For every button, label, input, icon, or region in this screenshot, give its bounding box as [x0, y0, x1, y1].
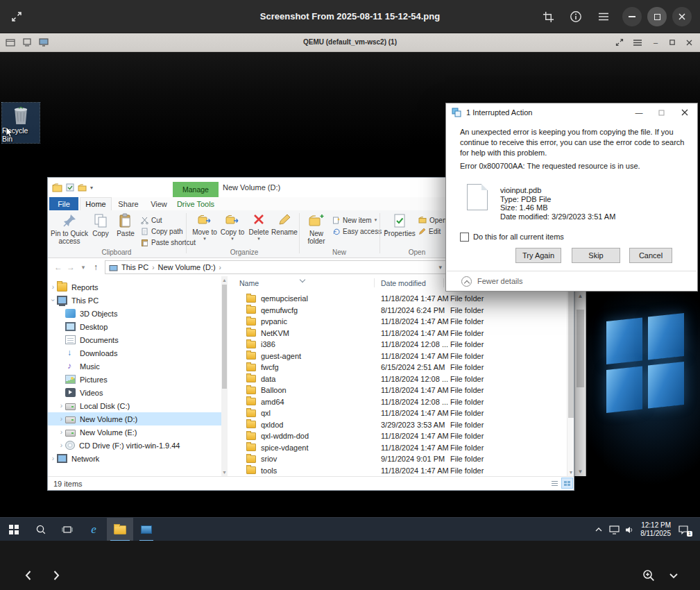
file-row[interactable]: qemupciserial 11/18/2024 1:47 AM File fo…	[227, 293, 574, 305]
menu-button[interactable]	[594, 7, 613, 26]
file-row[interactable]: sriov 9/11/2024 9:01 PM File folder	[227, 453, 574, 465]
file-list-scrollbar[interactable]: ▲ ▼	[567, 276, 574, 476]
qemu-menu-button[interactable]	[631, 36, 644, 49]
fewer-details-toggle[interactable]: Fewer details	[477, 277, 522, 285]
copy-to-button[interactable]: Copy to ▾	[219, 212, 246, 248]
sidebar-item[interactable]: Pictures	[48, 373, 221, 386]
scrollbar-thumb[interactable]	[577, 310, 584, 387]
paste-button[interactable]: Paste	[113, 212, 138, 248]
sidebar-item[interactable]: Downloads	[48, 346, 221, 360]
sidebar-item[interactable]: Desktop	[48, 320, 221, 333]
qat-properties-icon[interactable]	[66, 183, 74, 192]
scroll-down-icon[interactable]: ▼	[567, 470, 574, 475]
file-row[interactable]: qxl-wddm-dod 11/18/2024 1:47 AM File fol…	[227, 430, 574, 442]
large-icons-view-button[interactable]	[561, 478, 573, 489]
crop-button[interactable]	[538, 7, 558, 26]
ribbon-tab[interactable]: Share	[113, 197, 144, 210]
breadcrumb-chevron-icon[interactable]: ›	[152, 264, 154, 271]
cancel-button[interactable]: Cancel	[629, 248, 672, 263]
column-header-name[interactable]: Name	[239, 279, 259, 287]
breadcrumb-current[interactable]: New Volume (D:)	[157, 263, 215, 271]
dialog-minimize-button[interactable]: —	[628, 103, 650, 121]
rename-button[interactable]: Rename	[271, 212, 298, 248]
do-for-all-checkbox[interactable]	[460, 233, 469, 242]
network-tray-button[interactable]	[606, 518, 622, 541]
qat-new-folder-icon[interactable]	[78, 184, 87, 192]
internet-explorer-button[interactable]: e	[80, 518, 107, 541]
pin-to-quick-access-button[interactable]: Pin to Quick access	[49, 212, 89, 248]
taskbar-clock[interactable]: 12:12 PM 8/11/2025	[637, 518, 673, 541]
collapse-controls-button[interactable]	[663, 565, 684, 586]
action-center-button[interactable]: 1	[673, 518, 694, 541]
sidebar-item[interactable]: New Volume (E:)	[48, 425, 221, 439]
new-folder-button[interactable]: New folder	[302, 212, 331, 248]
column-separator[interactable]	[374, 278, 375, 287]
scrollbar-thumb[interactable]	[568, 286, 574, 418]
column-separator[interactable]	[443, 278, 444, 287]
ribbon-tab[interactable]: View	[145, 197, 173, 210]
windows-desktop[interactable]: Recycle Bin ▲ ▼ ▾ Manage New Volume (D:)…	[0, 52, 700, 541]
qemu-maximize-button[interactable]	[666, 36, 678, 49]
sidebar-item[interactable]: Local Disk (C:)	[48, 399, 221, 412]
qat-dropdown-icon[interactable]: ▾	[90, 185, 93, 191]
file-row[interactable]: qxl 11/18/2024 1:47 AM File folder	[227, 407, 574, 419]
properties-button[interactable]: Properties	[382, 212, 417, 248]
edit-button[interactable]: Edit	[418, 226, 441, 237]
sidebar-item[interactable]: Documents	[48, 333, 221, 346]
up-icon[interactable]: ↑	[89, 262, 102, 272]
sidebar-item[interactable]: CD Drive (F:) virtio-win-1.9.44	[48, 439, 221, 452]
maximize-button[interactable]	[647, 7, 667, 26]
cut-button[interactable]: Cut	[141, 214, 162, 226]
file-row[interactable]: NetKVM 11/18/2024 1:47 AM File folder	[227, 328, 574, 339]
file-row[interactable]: qemufwcfg 8/11/2024 6:24 PM File folder	[227, 305, 574, 317]
file-row[interactable]: amd64 11/18/2024 12:08 ... File folder	[227, 396, 574, 408]
expander-icon[interactable]	[49, 296, 57, 305]
expander-icon[interactable]	[49, 283, 57, 292]
breadcrumb-this-pc[interactable]: This PC	[121, 263, 148, 271]
scrollbar-thumb[interactable]	[222, 285, 227, 389]
qemu-fullscreen-button[interactable]	[613, 36, 626, 49]
search-button[interactable]	[28, 518, 54, 541]
copy-button[interactable]: Copy	[89, 212, 112, 248]
show-hidden-icons-button[interactable]	[591, 518, 606, 541]
info-button[interactable]	[566, 7, 586, 26]
new-item-button[interactable]: New item ▾	[332, 214, 377, 226]
address-dropdown-icon[interactable]: ▾	[438, 264, 442, 271]
previous-image-button[interactable]	[18, 565, 39, 586]
sidebar-item[interactable]: Videos	[48, 386, 221, 399]
file-row[interactable]: Balloon 11/18/2024 1:47 AM File folder	[227, 385, 574, 396]
sidebar-item[interactable]: 3D Objects	[48, 307, 221, 320]
sidebar-item[interactable]: Reports	[48, 280, 221, 294]
expander-icon[interactable]	[58, 401, 65, 410]
next-image-button[interactable]	[46, 565, 67, 586]
file-row[interactable]: spice-vdagent 11/18/2024 1:47 AM File fo…	[227, 442, 574, 454]
scroll-up-icon[interactable]: ▲	[575, 293, 586, 299]
skip-button[interactable]: Skip	[572, 248, 620, 263]
qemu-minimize-button[interactable]: –	[649, 36, 662, 49]
details-view-button[interactable]	[549, 478, 561, 489]
expander-icon[interactable]	[58, 414, 65, 423]
column-header-date[interactable]: Date modified	[381, 279, 426, 287]
ribbon-tab[interactable]: Home	[80, 197, 112, 210]
sidebar-item[interactable]: New Volume (D:)	[48, 412, 221, 425]
background-window-scrollbar[interactable]: ▲ ▼	[574, 292, 586, 476]
qemu-close-button[interactable]	[683, 36, 695, 49]
copy-path-button[interactable]: Copy path	[141, 226, 183, 237]
file-row[interactable]: i386 11/18/2024 12:08 ... File folder	[227, 339, 574, 351]
start-button[interactable]	[0, 518, 28, 541]
details-collapse-icon[interactable]	[461, 276, 472, 287]
easy-access-button[interactable]: Easy access ▾	[332, 226, 387, 237]
file-row[interactable]: data 11/18/2024 12:08 ... File folder	[227, 373, 574, 385]
expander-icon[interactable]	[49, 454, 57, 463]
breadcrumb-chevron-icon[interactable]: ›	[219, 264, 221, 271]
ribbon-tab[interactable]: File	[49, 197, 78, 210]
file-row[interactable]: fwcfg 6/15/2024 2:51 AM File folder	[227, 362, 574, 373]
expander-icon[interactable]	[58, 441, 65, 450]
file-row[interactable]: guest-agent 11/18/2024 1:47 AM File fold…	[227, 351, 574, 362]
dialog-close-button[interactable]	[674, 103, 696, 121]
paste-shortcut-button[interactable]: Paste shortcut	[141, 237, 196, 248]
recent-locations-icon[interactable]: ▾	[77, 264, 89, 271]
sidebar-item[interactable]: This PC	[48, 294, 221, 307]
dialog-maximize-button[interactable]	[650, 103, 672, 121]
delete-button[interactable]: Delete ▾	[247, 212, 271, 248]
